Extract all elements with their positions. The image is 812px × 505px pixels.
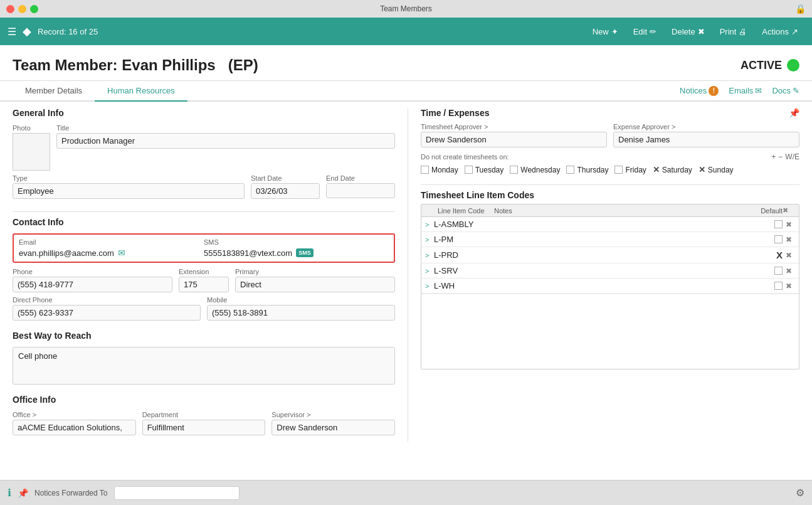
type-value: Employee bbox=[13, 183, 245, 199]
monday-checkbox[interactable] bbox=[421, 166, 429, 174]
office-value: aACME Education Solutions, bbox=[13, 420, 136, 435]
code-row5: L-WH bbox=[434, 281, 490, 290]
emails-icon: ✉ bbox=[755, 86, 762, 95]
delete-button[interactable]: Delete ✖ bbox=[665, 24, 711, 39]
minus-icon[interactable]: − bbox=[778, 152, 783, 161]
pin-icon[interactable]: 📌 bbox=[789, 108, 799, 118]
default-col-header: Default bbox=[745, 207, 783, 215]
end-date-label: End Date bbox=[326, 174, 395, 182]
sms-value: 5555183891@vtext.com SMS bbox=[204, 248, 389, 258]
lock-icon: 🔒 bbox=[795, 4, 806, 14]
code-col-header: Line Item Code bbox=[438, 207, 494, 215]
tli-col-header: Line Item Code Notes Default ✖ bbox=[421, 205, 799, 217]
office-row: Office > aACME Education Solutions, Depa… bbox=[13, 411, 395, 435]
best-way-value: Cell phone bbox=[13, 347, 395, 385]
office-info-title: Office Info bbox=[13, 395, 395, 405]
expand-row5[interactable]: > bbox=[425, 282, 434, 290]
remove-row2[interactable]: ✖ bbox=[783, 235, 795, 244]
delete-icon: ✖ bbox=[698, 27, 705, 36]
photo-title-row: Photo Title Production Manager bbox=[13, 124, 395, 171]
expand-row1[interactable]: > bbox=[425, 221, 434, 228]
wednesday-checkbox[interactable] bbox=[510, 166, 518, 174]
remove-row1[interactable]: ✖ bbox=[783, 220, 795, 229]
timesheet-approver-value: Drew Sanderson bbox=[421, 132, 607, 147]
default-row3: X bbox=[745, 250, 783, 260]
tabs: Member Details Human Resources bbox=[13, 81, 187, 100]
print-button[interactable]: Print 🖨 bbox=[714, 24, 754, 39]
friday-checkbox[interactable] bbox=[614, 166, 623, 174]
thursday-checkbox[interactable] bbox=[566, 166, 574, 174]
panels: General Info Photo Title Production Mana… bbox=[0, 102, 812, 448]
code-row1: L-ASMBLY bbox=[434, 220, 490, 229]
mobile-value: (555) 518-3891 bbox=[207, 305, 395, 321]
code-row2: L-PM bbox=[434, 235, 490, 244]
timesheet-approver-label: Timesheet Approver > bbox=[421, 123, 607, 130]
emails-link[interactable]: Emails ✉ bbox=[729, 86, 762, 95]
day-wednesday: Wednesday bbox=[510, 166, 560, 174]
default-row2 bbox=[745, 235, 783, 243]
sms-icon[interactable]: SMS bbox=[296, 248, 314, 257]
email-icon[interactable]: ✉ bbox=[118, 248, 125, 258]
day-sunday: ✕ Sunday bbox=[699, 165, 734, 174]
expand-row4[interactable]: > bbox=[425, 267, 434, 275]
day-thursday: Thursday bbox=[566, 166, 608, 174]
primary-value: Direct bbox=[235, 277, 395, 292]
actions-button[interactable]: Actions ↗ bbox=[756, 24, 804, 39]
remove-col-header[interactable]: ✖ bbox=[783, 206, 795, 215]
remove-row4[interactable]: ✖ bbox=[783, 267, 795, 275]
extension-value: 175 bbox=[179, 277, 229, 292]
docs-link[interactable]: Docs ✎ bbox=[772, 86, 799, 95]
supervisor-label: Supervisor > bbox=[272, 411, 395, 418]
right-panel: Time / Expenses 📌 Timesheet Approver > D… bbox=[408, 108, 799, 442]
default-row5 bbox=[745, 282, 783, 290]
page-title: Team Member: Evan Phillips (EP) bbox=[13, 56, 258, 74]
close-button[interactable] bbox=[6, 5, 14, 13]
best-way-section: Best Way to Reach Cell phone bbox=[13, 331, 395, 385]
docs-icon: ✎ bbox=[793, 86, 799, 95]
default-checkbox-row5[interactable] bbox=[774, 282, 783, 290]
new-button[interactable]: New ✦ bbox=[586, 24, 625, 39]
mobile-label: Mobile bbox=[207, 296, 395, 304]
page-header: Team Member: Evan Phillips (EP) ACTIVE bbox=[0, 45, 812, 81]
table-row: > L-ASMBLY ✖ bbox=[421, 217, 799, 232]
remove-row5[interactable]: ✖ bbox=[783, 282, 795, 290]
contact-info-title: Contact Info bbox=[13, 217, 395, 227]
expense-approver-col: Expense Approver > Denise James bbox=[613, 123, 799, 147]
notices-link[interactable]: Notices ! bbox=[680, 86, 719, 96]
edit-button[interactable]: Edit ✏ bbox=[627, 24, 663, 39]
expand-row3[interactable]: > bbox=[425, 252, 434, 259]
table-row: > L-SRV ✖ bbox=[421, 263, 799, 279]
tabs-row: Member Details Human Resources Notices !… bbox=[0, 81, 812, 102]
default-checkbox-row4[interactable] bbox=[774, 267, 783, 275]
direct-phone-col: Direct Phone (555) 623-9337 bbox=[13, 296, 201, 321]
department-label: Department bbox=[142, 411, 266, 418]
default-checkbox-row1[interactable] bbox=[774, 220, 783, 228]
expand-row2[interactable]: > bbox=[425, 236, 434, 243]
plus-icon[interactable]: + bbox=[771, 152, 776, 161]
te-title: Time / Expenses bbox=[421, 108, 489, 118]
general-info-title: General Info bbox=[13, 108, 395, 118]
tab-human-resources[interactable]: Human Resources bbox=[95, 81, 187, 102]
best-way-title: Best Way to Reach bbox=[13, 331, 395, 341]
record-counter: Record: 16 of 25 bbox=[38, 27, 98, 36]
minimize-button[interactable] bbox=[18, 5, 26, 13]
tab-member-details[interactable]: Member Details bbox=[13, 81, 95, 102]
email-sms-row: Email SMS evan.phillips@aacme.com ✉ 5555… bbox=[13, 233, 395, 263]
edit-icon: ✏ bbox=[650, 27, 656, 36]
ts-controls: + − W/E bbox=[771, 152, 799, 161]
nav-arrow-icon[interactable]: ◆ bbox=[23, 24, 31, 38]
toolbar-left: ☰ ◆ Record: 16 of 25 bbox=[8, 24, 98, 38]
table-row: > L-PRD X ✖ bbox=[421, 247, 799, 263]
phone-col: Phone (555) 418-9777 bbox=[13, 268, 172, 292]
default-checkbox-row2[interactable] bbox=[774, 235, 783, 243]
maximize-button[interactable] bbox=[30, 5, 38, 13]
menu-icon[interactable]: ☰ bbox=[8, 26, 16, 38]
table-row: > L-PM ✖ bbox=[421, 232, 799, 247]
default-row1 bbox=[745, 220, 783, 228]
type-date-row: Type Employee Start Date 03/26/03 End Da… bbox=[13, 174, 395, 199]
tli-title: Timesheet Line Item Codes bbox=[421, 190, 534, 200]
tuesday-checkbox[interactable] bbox=[465, 166, 473, 174]
start-date-col: Start Date 03/26/03 bbox=[251, 174, 320, 199]
direct-row: Direct Phone (555) 623-9337 Mobile (555)… bbox=[13, 296, 395, 321]
remove-row3[interactable]: ✖ bbox=[783, 251, 795, 260]
